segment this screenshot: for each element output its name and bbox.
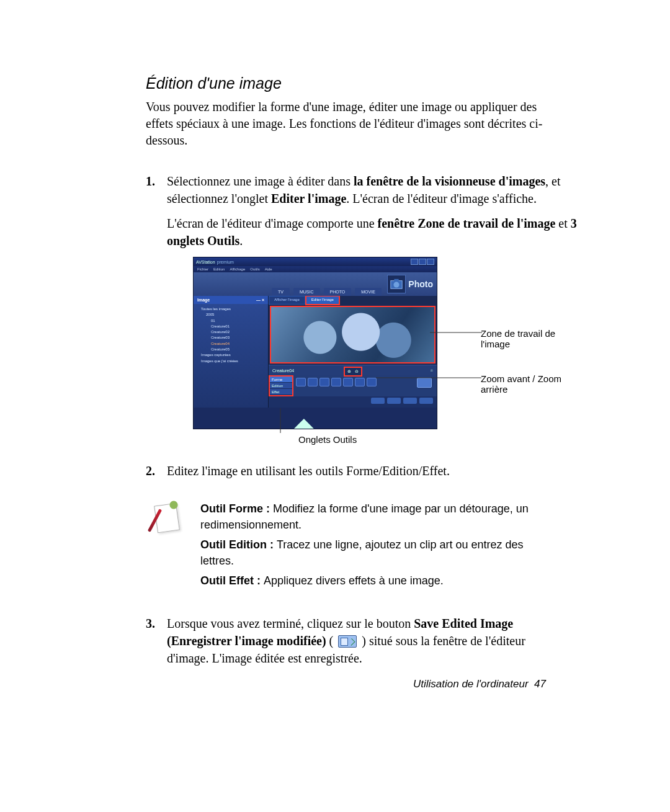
- text: L'écran de l'éditeur d'image comporte un…: [167, 216, 378, 230]
- mode-tab[interactable]: MOVIE: [355, 288, 382, 296]
- bottom-button[interactable]: [403, 398, 417, 404]
- tree-item-selected[interactable]: Creature04: [196, 341, 266, 347]
- note-effet-text: Appliquez divers effets à une image.: [264, 574, 444, 587]
- window-titlebar: AVStation premium: [194, 257, 437, 266]
- step-1: 1. Sélectionnez une image à éditer dans …: [146, 172, 546, 448]
- mode-tab[interactable]: TV: [272, 288, 290, 296]
- subtab-view[interactable]: Afficher l'image: [269, 296, 305, 305]
- tool-tab-edition[interactable]: Edition: [270, 383, 292, 389]
- text: et: [555, 216, 570, 230]
- svg-point-1: [394, 282, 400, 287]
- step-3: 3. Lorsque vous avez terminé, cliquez su…: [146, 615, 546, 674]
- tool-button[interactable]: [367, 378, 377, 386]
- callout-workarea: Zone de travail de l'image: [481, 328, 578, 349]
- page-footer: Utilisation de l'ordinateur 47: [413, 678, 546, 690]
- callout-zoom: Zoom avant / Zoom arrière: [481, 373, 578, 395]
- callout-tooltabs: Onglets Outils: [298, 434, 578, 445]
- text-bold: la fenêtre de la visionneuse d'images: [354, 174, 545, 188]
- save-edited-image-button[interactable]: [417, 378, 432, 388]
- menu-item[interactable]: Outils: [250, 267, 259, 271]
- tool-button[interactable]: [319, 378, 329, 386]
- side-toggle-icon[interactable]: [194, 408, 437, 429]
- app-suffix: premium: [217, 260, 234, 264]
- image-workarea[interactable]: [270, 306, 436, 364]
- note-icon: [152, 501, 184, 533]
- note-effet-label: Outil Effet :: [200, 574, 264, 587]
- zoom-in-icon[interactable]: ⊕: [346, 368, 353, 375]
- step-3-number: 3.: [146, 615, 167, 674]
- note-edition-label: Outil Edition :: [200, 538, 277, 551]
- status-filename: Creature04: [272, 368, 294, 373]
- tool-tab-forme[interactable]: Forme: [270, 377, 292, 383]
- window-max-icon[interactable]: [419, 259, 426, 265]
- tree-item[interactable]: Creature03: [196, 335, 266, 341]
- tool-tabs: Forme Edition Effet: [269, 375, 293, 396]
- window-min-icon[interactable]: [411, 259, 418, 265]
- tree-item[interactable]: 01: [196, 318, 266, 324]
- app-menubar: Fichier Edition Affichage Outils Aide: [194, 266, 437, 272]
- section-heading: Édition d'une image: [146, 74, 546, 92]
- side-panel: Image— × Toutes les images 2005 01 Creat…: [194, 296, 269, 408]
- window-close-icon[interactable]: [427, 259, 434, 265]
- menu-item[interactable]: Aide: [265, 267, 272, 271]
- tree-item[interactable]: Creature01: [196, 324, 266, 329]
- status-right: ⎚: [431, 368, 433, 372]
- tool-button[interactable]: [308, 378, 318, 386]
- step-1-number: 1.: [146, 172, 167, 448]
- text: Sélectionnez une image à éditer dans: [167, 174, 354, 188]
- mode-tab[interactable]: MUSIC: [293, 288, 320, 296]
- menu-item[interactable]: Fichier: [197, 267, 208, 271]
- mode-strip: TV MUSIC PHOTO MOVIE Photo: [194, 272, 437, 296]
- menu-item[interactable]: Edition: [213, 267, 225, 271]
- tree-item[interactable]: 2005: [196, 312, 266, 318]
- intro-paragraph: Vous pouvez modifier la forme d'une imag…: [146, 99, 546, 149]
- step-2: 2. Editez l'image en utilisant les outil…: [146, 462, 546, 487]
- svg-rect-2: [395, 279, 399, 282]
- text: (: [326, 634, 337, 648]
- zoom-out-icon[interactable]: ⊖: [353, 368, 360, 375]
- mode-badge-label: Photo: [408, 279, 433, 289]
- image-tree: Toutes les images 2005 01 Creature01 Cre…: [194, 304, 268, 367]
- text-bold: Editer l'image: [271, 192, 346, 205]
- tree-item[interactable]: Toutes les images: [196, 306, 266, 312]
- tools-pane: Forme Edition Effet: [269, 375, 437, 396]
- step-2-text: Editez l'image en utilisant les outils F…: [167, 462, 546, 480]
- edited-image: [271, 307, 434, 362]
- text-bold: fenêtre Zone de travail de l'image: [378, 216, 556, 230]
- tool-tab-effet[interactable]: Effet: [270, 389, 292, 395]
- note-forme-label: Outil Forme :: [200, 502, 273, 515]
- footer-label: Utilisation de l'ordinateur: [413, 678, 529, 690]
- tree-item[interactable]: Creature05: [196, 347, 266, 352]
- avstation-screenshot: AVStation premium Fichier Edition: [193, 257, 437, 429]
- mode-tab[interactable]: PHOTO: [324, 288, 352, 296]
- tree-item[interactable]: Creature02: [196, 329, 266, 335]
- tool-button[interactable]: [331, 378, 341, 386]
- menu-item[interactable]: Affichage: [230, 267, 245, 271]
- text: Lorsque vous avez terminé, cliquez sur l…: [167, 617, 414, 630]
- tool-button[interactable]: [355, 378, 365, 386]
- bottom-button[interactable]: [371, 398, 385, 404]
- side-panel-header: Image: [197, 298, 210, 302]
- zoom-control: ⊕ ⊖: [344, 367, 362, 377]
- figure-container: AVStation premium Fichier Edition: [193, 257, 578, 445]
- tree-item[interactable]: Images que j'ai créées: [196, 359, 266, 364]
- subtab-edit[interactable]: Editer l'image: [306, 296, 339, 305]
- app-name: AVStation: [196, 260, 215, 264]
- text: .: [239, 234, 243, 248]
- note-box: Outil Forme : Modifiez la forme d'une im…: [152, 501, 546, 592]
- save-button-inline-icon: [338, 635, 357, 648]
- step-2-number: 2.: [146, 462, 167, 487]
- tree-item[interactable]: Images capturées: [196, 352, 266, 358]
- text: . L'écran de l'éditeur d'image s'affiche…: [346, 192, 537, 205]
- bottom-button[interactable]: [419, 398, 433, 404]
- footer-page-number: 47: [534, 678, 546, 690]
- bottom-button[interactable]: [387, 398, 401, 404]
- photo-mode-icon: [387, 275, 406, 293]
- tool-button[interactable]: [343, 378, 353, 386]
- tool-button[interactable]: [296, 378, 306, 386]
